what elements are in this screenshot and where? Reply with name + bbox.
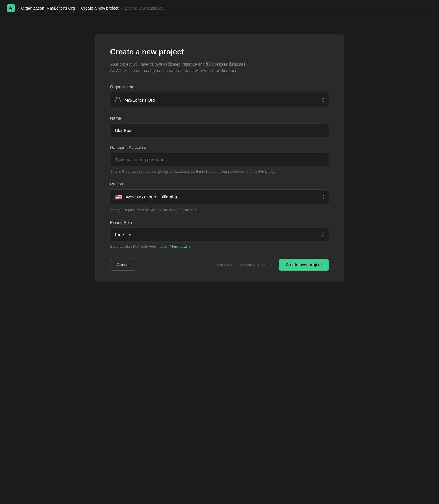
pricing-select[interactable]: Free tier [110, 228, 329, 241]
create-project-button[interactable]: Create new project [279, 259, 329, 271]
form-card: Create a new project Your project will h… [95, 34, 344, 282]
name-input[interactable] [110, 124, 329, 137]
region-value: West US (North California) [126, 194, 177, 199]
region-flag-icon: 🇺🇸 [115, 194, 122, 201]
password-section: Database Password This is the password t… [110, 145, 329, 174]
org-chevron-icon [322, 98, 325, 102]
org-value: MaxLeiter's Org [124, 98, 155, 102]
name-label: Name [110, 116, 329, 121]
region-section: Region 🇺🇸 West US (North California) Sel… [110, 182, 329, 212]
form-description-line2: An API will be set up so you can easily … [110, 68, 239, 73]
breadcrumb-extend-db: Extend your database [125, 6, 164, 10]
password-hint: This is the password to your postgres da… [110, 169, 329, 174]
pricing-label: Pricing Plan [110, 220, 329, 225]
cancel-button[interactable]: Cancel [110, 259, 136, 271]
password-input[interactable] [110, 153, 329, 166]
name-section: Name [110, 116, 329, 137]
region-hint: Select a region close to you for the bes… [110, 208, 329, 212]
form-footer: Cancel You can rename your project later… [110, 259, 329, 271]
region-chevron-icon [322, 195, 325, 199]
region-select[interactable]: 🇺🇸 West US (North California) [110, 189, 329, 205]
pricing-section: Pricing Plan Free tier Select a plan tha… [110, 220, 329, 249]
nav-bar: › Organization: MaxLeiter's Org › Create… [0, 0, 439, 16]
region-select-wrapper[interactable]: 🇺🇸 West US (North California) [110, 189, 329, 205]
footer-right: You can rename your project later Create… [217, 259, 329, 271]
breadcrumb-separator-3: › [121, 5, 122, 11]
breadcrumb-org[interactable]: Organization: MaxLeiter's Org [21, 6, 75, 10]
pricing-select-wrapper[interactable]: Free tier [110, 228, 329, 241]
breadcrumb-separator-1: › [17, 5, 19, 11]
svg-point-0 [116, 97, 118, 99]
password-label: Database Password [110, 145, 329, 150]
org-select[interactable]: MaxLeiter's Org [110, 92, 329, 108]
breadcrumb-create-project[interactable]: Create a new project [81, 6, 118, 10]
pricing-hint: Select a plan that suits your needs. Mor… [110, 244, 329, 249]
breadcrumb-separator-2: › [77, 5, 79, 11]
rename-hint: You can rename your project later [217, 262, 273, 267]
main-content: Create a new project Your project will h… [0, 16, 439, 299]
pricing-more-details-link[interactable]: More details [170, 244, 190, 249]
form-title: Create a new project [110, 47, 329, 56]
pricing-chevron-icon [322, 232, 325, 236]
org-label: Organization [110, 84, 329, 89]
pricing-value: Free tier [115, 232, 131, 237]
form-description: Your project will have its own dedicated… [110, 61, 329, 74]
org-select-wrapper[interactable]: MaxLeiter's Org [110, 92, 329, 108]
pricing-hint-text: Select a plan that suits your needs. [110, 244, 169, 249]
org-icon [115, 96, 121, 104]
region-label: Region [110, 182, 329, 186]
form-description-line1: Your project will have its own dedicated… [110, 62, 247, 67]
logo[interactable] [7, 4, 15, 12]
organization-section: Organization MaxLeiter's Org [110, 84, 329, 108]
